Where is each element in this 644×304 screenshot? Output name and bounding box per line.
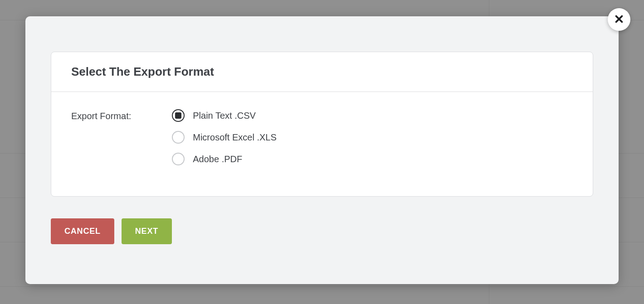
close-icon	[614, 14, 624, 25]
next-button[interactable]: NEXT	[122, 218, 172, 244]
radio-option-pdf[interactable]: Adobe .PDF	[172, 153, 277, 165]
export-format-radio-group: Plain Text .CSV Microsoft Excel .XLS Ado…	[172, 109, 277, 165]
close-button[interactable]	[608, 8, 630, 31]
radio-label: Plain Text .CSV	[193, 109, 256, 122]
radio-label: Adobe .PDF	[193, 153, 242, 165]
radio-icon	[172, 153, 185, 165]
panel-body: Export Format: Plain Text .CSV Microsoft…	[51, 92, 593, 196]
dialog-button-row: CANCEL NEXT	[51, 218, 593, 244]
export-format-dialog: Select The Export Format Export Format: …	[25, 16, 619, 284]
export-format-label: Export Format:	[71, 109, 131, 165]
panel-header: Select The Export Format	[51, 52, 593, 92]
radio-option-csv[interactable]: Plain Text .CSV	[172, 109, 277, 122]
radio-icon	[172, 131, 185, 144]
cancel-button[interactable]: CANCEL	[51, 218, 114, 244]
panel-title: Select The Export Format	[71, 65, 573, 79]
export-format-panel: Select The Export Format Export Format: …	[51, 52, 593, 197]
radio-icon	[172, 109, 185, 122]
radio-option-xls[interactable]: Microsoft Excel .XLS	[172, 131, 277, 144]
radio-label: Microsoft Excel .XLS	[193, 131, 277, 144]
